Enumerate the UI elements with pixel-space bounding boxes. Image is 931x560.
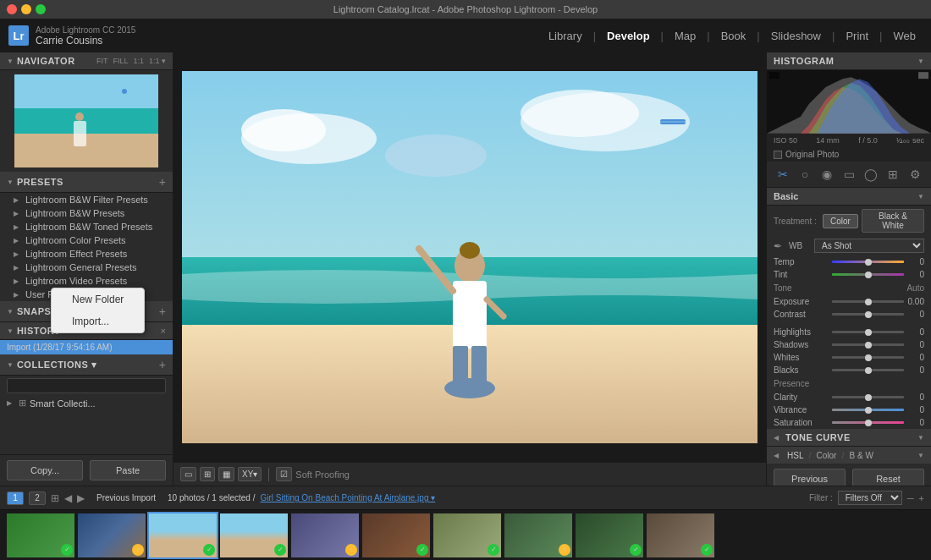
highlights-slider-thumb[interactable] <box>865 329 872 336</box>
soft-proof-checkbox[interactable]: ☑ <box>276 467 292 481</box>
minimize-dot[interactable] <box>21 4 31 14</box>
thumbnail-8[interactable]: ! <box>504 513 572 557</box>
contrast-slider-thumb[interactable] <box>865 311 872 318</box>
context-menu-new-folder[interactable]: New Folder <box>52 288 144 310</box>
view-compare-btn[interactable]: ⊞ <box>200 467 215 481</box>
nav-print[interactable]: Print <box>839 30 875 42</box>
preset-item[interactable]: ▶ Lightroom B&W Presets <box>0 206 173 220</box>
tone-curve-header[interactable]: ◀ Tone Curve ▼ <box>767 429 931 447</box>
collection-item[interactable]: ▶ ⊞ Smart Collecti... <box>0 396 173 410</box>
highlights-slider-track[interactable] <box>832 331 904 333</box>
collapse-filmstrip-icon[interactable]: + <box>919 493 924 503</box>
exposure-slider-thumb[interactable] <box>865 299 872 305</box>
preset-item[interactable]: ▶ Lightroom Color Presets <box>0 233 173 247</box>
settings-icon[interactable]: ⚙ <box>906 165 924 184</box>
shadows-slider-track[interactable] <box>832 343 904 346</box>
copy-button[interactable]: Copy... <box>7 460 83 480</box>
temp-slider-thumb[interactable] <box>865 259 872 266</box>
thumbnail-3[interactable]: ✓ <box>149 513 217 557</box>
tint-slider-track[interactable] <box>832 273 904 276</box>
hsl-link[interactable]: HSL <box>787 451 803 460</box>
thumbnail-2[interactable]: ! <box>78 513 146 557</box>
saturation-slider-thumb[interactable] <box>865 420 872 426</box>
auto-label[interactable]: Auto <box>906 283 924 293</box>
history-item[interactable]: Import (1/28/17 9:54:16 AM) <box>0 340 173 354</box>
thumbnail-5[interactable]: ! <box>291 513 359 557</box>
nav-fill-btn[interactable]: FILL <box>113 57 128 65</box>
preset-item[interactable]: ▶ Lightroom B&W Filter Presets <box>0 193 173 206</box>
nav-book[interactable]: Book <box>714 30 753 42</box>
nav-slideshow[interactable]: Slideshow <box>764 30 828 42</box>
nav-map[interactable]: Map <box>668 30 702 42</box>
contrast-slider-track[interactable] <box>832 313 904 316</box>
filter-select[interactable]: Filters Off Flagged Unflagged <box>838 491 902 505</box>
pipette-icon[interactable]: ✒ <box>774 240 782 252</box>
nav-1-btn[interactable]: 1:1 <box>133 57 144 65</box>
vibrance-slider-track[interactable] <box>832 409 904 411</box>
previous-button[interactable]: Previous <box>774 469 846 486</box>
preset-item[interactable]: ▶ Lightroom Video Presets <box>0 274 173 288</box>
bw-button[interactable]: Black & White <box>862 209 924 233</box>
view-survey-btn[interactable]: ▦ <box>218 467 234 481</box>
saturation-slider-track[interactable] <box>832 421 904 424</box>
blacks-slider-thumb[interactable] <box>865 367 872 374</box>
color-link[interactable]: Color <box>817 451 837 460</box>
clarity-slider-thumb[interactable] <box>865 394 872 401</box>
graduated-filter-icon[interactable]: ▭ <box>840 165 858 184</box>
view-grid-btn[interactable]: ▭ <box>180 467 196 481</box>
vibrance-slider-thumb[interactable] <box>865 407 872 414</box>
expand-filmstrip-icon[interactable]: ─ <box>907 493 914 503</box>
collections-add-button[interactable]: + <box>159 358 166 371</box>
filmstrip-forward-arrow[interactable]: ▶ <box>77 492 85 504</box>
nav-web[interactable]: Web <box>887 30 923 42</box>
nav-library[interactable]: Library <box>542 30 589 42</box>
thumbnail-1[interactable]: ✓ <box>7 513 74 557</box>
snapshots-add-button[interactable]: + <box>159 305 166 318</box>
navigator-header[interactable]: ▼ Navigator FIT FILL 1:1 1:1 ▾ <box>0 52 173 70</box>
page-1-button[interactable]: 1 <box>7 491 24 505</box>
maximize-dot[interactable] <box>36 4 46 14</box>
blacks-slider-track[interactable] <box>832 369 904 371</box>
thumbnail-6[interactable]: ✓ <box>362 513 430 557</box>
nav-fit-btn[interactable]: FIT <box>96 57 108 65</box>
original-photo-checkbox[interactable] <box>774 151 782 159</box>
thumbnail-10[interactable]: ✓ <box>647 513 714 557</box>
nav-develop[interactable]: Develop <box>600 30 657 42</box>
spot-removal-icon[interactable]: ○ <box>796 165 814 184</box>
presets-header[interactable]: ▼ Presets + <box>0 172 173 193</box>
histogram-header[interactable]: Histogram ▼ <box>767 52 931 70</box>
nav-more-btn[interactable]: 1:1 ▾ <box>149 57 166 65</box>
shadows-slider-thumb[interactable] <box>865 342 872 349</box>
photo-name[interactable]: Girl Sitting On Beach Pointing At Airpla… <box>260 493 435 502</box>
color-button[interactable]: Color <box>823 214 858 228</box>
tint-slider-thumb[interactable] <box>865 272 872 278</box>
crop-tool-icon[interactable]: ✂ <box>774 165 792 184</box>
reset-button[interactable]: Reset <box>852 469 924 486</box>
radial-filter-icon[interactable]: ◯ <box>862 165 880 184</box>
whites-slider-thumb[interactable] <box>865 354 872 361</box>
bw-link[interactable]: B & W <box>849 451 873 460</box>
wb-select[interactable]: As Shot Auto Daylight Cloudy Custom <box>814 239 924 253</box>
preset-item[interactable]: ▶ Lightroom General Presets <box>0 261 173 274</box>
preset-item[interactable]: ▶ Lightroom B&W Toned Presets <box>0 220 173 233</box>
filmstrip-back-arrow[interactable]: ◀ <box>64 492 72 504</box>
preset-item[interactable]: ▶ User Presets New Folder Import... <box>0 288 173 301</box>
exposure-slider-track[interactable] <box>832 300 904 303</box>
context-menu-import[interactable]: Import... <box>52 310 144 332</box>
red-eye-icon[interactable]: ◉ <box>818 165 836 184</box>
collections-search-input[interactable] <box>7 378 166 393</box>
view-xy-btn[interactable]: XY▾ <box>238 467 262 481</box>
collections-header[interactable]: ▼ Collections ▾ + <box>0 354 173 376</box>
whites-slider-track[interactable] <box>832 356 904 359</box>
presets-add-button[interactable]: + <box>159 175 166 189</box>
history-close-icon[interactable]: × <box>161 326 166 336</box>
thumbnail-4[interactable]: ✓ <box>220 513 288 557</box>
thumbnail-9[interactable]: ✓ <box>576 513 643 557</box>
basic-header[interactable]: Basic ▼ <box>767 188 931 206</box>
filmstrip-grid-icon[interactable]: ⊞ <box>51 492 59 504</box>
page-2-button[interactable]: 2 <box>29 491 46 505</box>
window-controls[interactable] <box>7 4 46 14</box>
user-name[interactable]: Carrie Cousins <box>36 35 135 47</box>
preset-item[interactable]: ▶ Lightroom Effect Presets <box>0 247 173 261</box>
paste-button[interactable]: Paste <box>90 460 166 480</box>
